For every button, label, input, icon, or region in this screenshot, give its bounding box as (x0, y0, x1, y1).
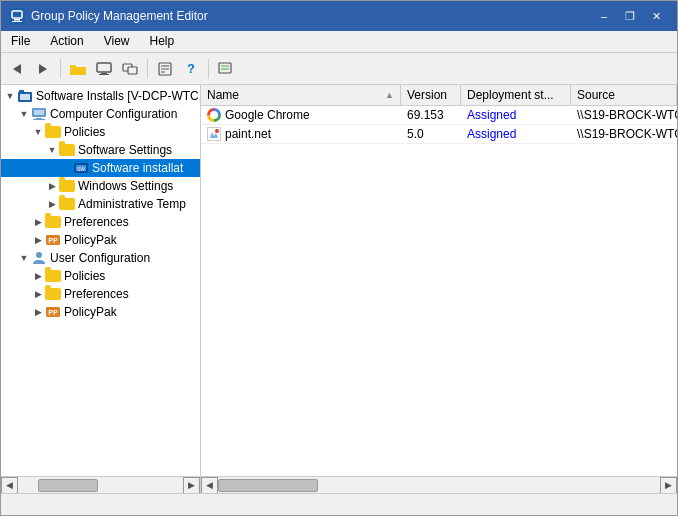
toggle-prefs-cc[interactable]: ▶ (31, 214, 45, 230)
svg-rect-8 (99, 74, 109, 75)
minimize-button[interactable]: – (591, 7, 617, 25)
sw-install-label: Software installat (92, 161, 183, 175)
svg-rect-20 (19, 90, 24, 93)
windows-button[interactable] (118, 57, 142, 81)
forward-button[interactable] (31, 57, 55, 81)
tree-item-windows-settings[interactable]: ▶ Windows Settings (1, 177, 200, 195)
tree-item-prefs-uc[interactable]: ▶ Preferences (1, 285, 200, 303)
list-panel: Name ▲ Version Deployment st... Source (201, 85, 677, 476)
title-bar-left: Group Policy Management Editor (9, 8, 208, 24)
svg-rect-6 (97, 63, 111, 72)
toggle-cc[interactable]: ▼ (17, 106, 31, 122)
toolbar-sep-2 (147, 59, 148, 79)
restore-button[interactable]: ❐ (617, 7, 643, 25)
left-hscroll-right-arrow[interactable]: ▶ (183, 477, 200, 494)
left-hscroll-left-arrow[interactable]: ◀ (1, 477, 18, 494)
right-hscroll-right-arrow[interactable]: ▶ (660, 477, 677, 494)
menu-bar: File Action View Help (1, 31, 677, 53)
toggle-prefs-uc[interactable]: ▶ (31, 286, 45, 302)
back-button[interactable] (5, 57, 29, 81)
uc-label: User Configuration (50, 251, 150, 265)
list-header: Name ▲ Version Deployment st... Source (201, 85, 677, 106)
sw-settings-icon (59, 142, 75, 158)
tree-item-user-config[interactable]: ▼ User Configuration (1, 249, 200, 267)
right-hscroll-track[interactable] (218, 477, 660, 493)
toggle-root[interactable]: ▼ (3, 88, 17, 104)
menu-help[interactable]: Help (140, 31, 185, 52)
toggle-policies-uc[interactable]: ▶ (31, 268, 45, 284)
toggle-uc[interactable]: ▼ (17, 250, 31, 266)
list-row-chrome[interactable]: Google Chrome 69.153 Assigned \\S19-BROC… (201, 106, 677, 125)
svg-rect-2 (14, 19, 20, 21)
export-button[interactable] (214, 57, 238, 81)
policypak-uc-icon: PP (45, 304, 61, 320)
prefs-uc-label: Preferences (64, 287, 129, 301)
paint-source-cell: \\S19-BROCK-WTC\Installers\pa (571, 125, 677, 143)
policies-uc-icon (45, 268, 61, 284)
tree-item-policies-uc[interactable]: ▶ Policies (1, 267, 200, 285)
toggle-sw-settings[interactable]: ▼ (45, 142, 59, 158)
folder-button[interactable] (66, 57, 90, 81)
left-hscroll-thumb[interactable] (38, 479, 98, 492)
tree-item-admin-templates[interactable]: ▶ Administrative Temp (1, 195, 200, 213)
title-buttons: – ❐ ✕ (591, 7, 669, 25)
app-icon (9, 8, 25, 24)
tree-item-policypak-uc[interactable]: ▶ PP PolicyPak (1, 303, 200, 321)
svg-point-30 (36, 252, 42, 258)
left-hscroll: ◀ ▶ (1, 477, 201, 493)
root-label: Software Installs [V-DCP-WTC.V (36, 89, 201, 103)
col-header-deployment[interactable]: Deployment st... (461, 85, 571, 105)
close-button[interactable]: ✕ (643, 7, 669, 25)
svg-rect-7 (101, 73, 107, 74)
computer-config-icon (31, 106, 47, 122)
svg-rect-23 (36, 118, 42, 119)
svg-rect-24 (33, 119, 45, 120)
win-settings-icon (59, 178, 75, 194)
cc-label: Computer Configuration (50, 107, 177, 121)
col-header-source[interactable]: Source (571, 85, 677, 105)
toggle-admin-tmpl[interactable]: ▶ (45, 196, 59, 212)
monitor-button[interactable] (92, 57, 116, 81)
policypak-cc-label: PolicyPak (64, 233, 117, 247)
toggle-pp-cc[interactable]: ▶ (31, 232, 45, 248)
policies-cc-label: Policies (64, 125, 105, 139)
admin-templates-icon (59, 196, 75, 212)
hscroll-area: ◀ ▶ ◀ ▶ (1, 476, 677, 493)
paint-version-cell: 5.0 (401, 125, 461, 143)
right-hscroll-left-arrow[interactable]: ◀ (201, 477, 218, 494)
tree: ▼ Software Installs [V-DCP-WTC.V ▼ (1, 85, 200, 323)
menu-action[interactable]: Action (40, 31, 93, 52)
tree-item-software-settings[interactable]: ▼ Software Settings (1, 141, 200, 159)
col-header-name[interactable]: Name ▲ (201, 85, 401, 105)
toggle-sw-install[interactable] (59, 160, 73, 176)
toggle-policies-cc[interactable]: ▼ (31, 124, 45, 140)
chrome-version-cell: 69.153 (401, 106, 461, 124)
tree-item-software-install[interactable]: SW Software installat (1, 159, 200, 177)
col-header-version[interactable]: Version (401, 85, 461, 105)
tree-item-policypak-cc[interactable]: ▶ PP PolicyPak (1, 231, 200, 249)
toggle-win-settings[interactable]: ▶ (45, 178, 59, 194)
toolbar-sep-1 (60, 59, 61, 79)
right-hscroll-thumb[interactable] (218, 479, 318, 492)
user-config-icon (31, 250, 47, 266)
menu-view[interactable]: View (94, 31, 140, 52)
tree-item-prefs-cc[interactable]: ▶ Preferences (1, 213, 200, 231)
svg-rect-10 (128, 67, 137, 74)
tree-panel: ▼ Software Installs [V-DCP-WTC.V ▼ (1, 85, 201, 476)
toggle-pp-uc[interactable]: ▶ (31, 304, 45, 320)
left-hscroll-track[interactable] (18, 477, 183, 493)
tree-item-policies-cc[interactable]: ▼ Policies (1, 123, 200, 141)
menu-file[interactable]: File (1, 31, 40, 52)
help-button[interactable]: ? (179, 57, 203, 81)
title-bar: Group Policy Management Editor – ❐ ✕ (1, 1, 677, 31)
status-bar (1, 493, 677, 515)
win-settings-label: Windows Settings (78, 179, 173, 193)
properties-button[interactable] (153, 57, 177, 81)
paint-deploy-cell: Assigned (461, 125, 571, 143)
tree-item-computer-config[interactable]: ▼ Computer Configuration (1, 105, 200, 123)
list-row-paint[interactable]: paint.net 5.0 Assigned \\S19-BROCK-WTC\I… (201, 125, 677, 144)
sw-install-icon: SW (73, 160, 89, 176)
tree-item-root[interactable]: ▼ Software Installs [V-DCP-WTC.V (1, 87, 200, 105)
svg-marker-5 (39, 64, 47, 74)
prefs-uc-icon (45, 286, 61, 302)
